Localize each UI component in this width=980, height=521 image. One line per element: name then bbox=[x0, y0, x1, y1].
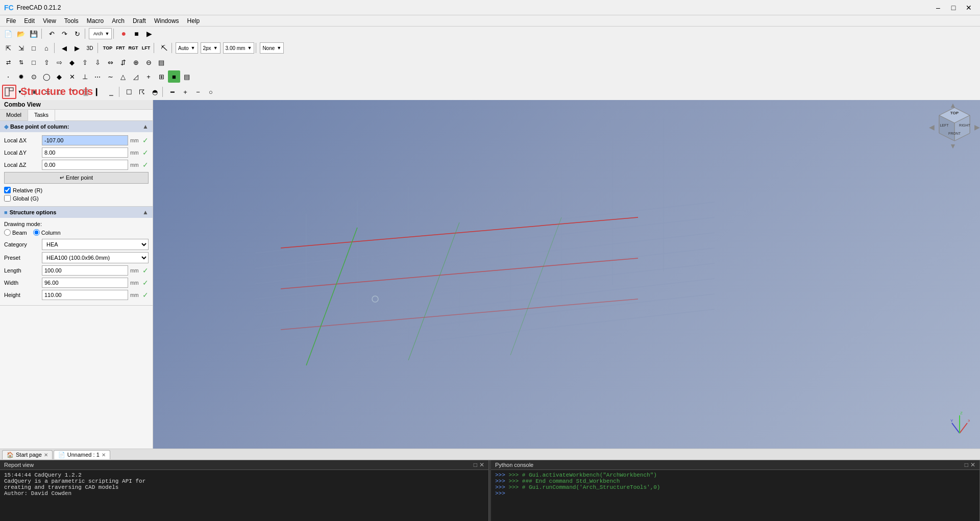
transparency-dropdown[interactable]: None▼ bbox=[260, 42, 284, 54]
floor-btn[interactable]: ≑ bbox=[41, 86, 54, 98]
add-btn[interactable]: + bbox=[179, 86, 191, 98]
local-x-input[interactable] bbox=[42, 135, 128, 145]
relative-checkbox[interactable] bbox=[4, 187, 11, 193]
snap-tool-4[interactable]: ◯ bbox=[40, 70, 53, 83]
menu-macro[interactable]: Macro bbox=[83, 15, 108, 27]
menu-draft[interactable]: Draft bbox=[129, 15, 150, 27]
left-view-button[interactable]: LFT bbox=[140, 42, 152, 54]
macro-button[interactable]: ▶ bbox=[143, 28, 155, 40]
snap-tool-13[interactable]: ⊞ bbox=[155, 70, 167, 83]
snap-tool-2[interactable]: ✹ bbox=[15, 70, 27, 83]
beam-radio[interactable] bbox=[4, 229, 11, 236]
menu-edit[interactable]: Edit bbox=[20, 15, 39, 27]
global-checkbox[interactable] bbox=[4, 195, 11, 202]
rebar-btn[interactable]: ▎ bbox=[92, 86, 105, 98]
section-btn[interactable]: ☈ bbox=[136, 86, 148, 98]
back-button[interactable]: ◀ bbox=[58, 42, 70, 54]
tab-unnamed-1[interactable]: 📄 Unnamed : 1 ✕ bbox=[54, 450, 110, 459]
view-box-button[interactable]: □ bbox=[28, 42, 40, 54]
arch-tool-11[interactable]: ⊕ bbox=[130, 56, 142, 68]
structure-options-collapse[interactable]: ▲ bbox=[142, 209, 149, 216]
arch-tool-12[interactable]: ⊖ bbox=[142, 56, 155, 68]
fit-all-button[interactable]: ⇱ bbox=[2, 42, 14, 54]
menu-file[interactable]: File bbox=[2, 15, 20, 27]
snap-button[interactable]: ⛏ bbox=[158, 42, 170, 54]
toolbar-dropdown-btn[interactable]: ▼ bbox=[17, 86, 23, 98]
snap-tool-10[interactable]: △ bbox=[117, 70, 129, 83]
snap-tool-14[interactable]: ■ bbox=[168, 70, 180, 83]
right-view-button[interactable]: RGT bbox=[127, 42, 139, 54]
width-input[interactable] bbox=[42, 278, 128, 288]
viewport[interactable]: TOP RIGHT LEFT FRONT ◀ ▶ ▲ ▼ X Y bbox=[153, 100, 980, 449]
point-size-dropdown[interactable]: 3.00 mm▼ bbox=[223, 42, 255, 54]
base-point-header[interactable]: ◆ Base point of column: ▲ bbox=[0, 121, 153, 132]
remove-btn[interactable]: − bbox=[192, 86, 204, 98]
report-close-btn[interactable]: ✕ bbox=[479, 461, 484, 468]
snap-tool-1[interactable]: ⋅ bbox=[2, 70, 14, 83]
space-btn[interactable]: ☐ bbox=[123, 86, 135, 98]
category-select[interactable]: HEA bbox=[42, 239, 149, 250]
nav-right-arrow[interactable]: ▶ bbox=[974, 123, 980, 131]
console-close-btn[interactable]: ✕ bbox=[970, 461, 975, 468]
height-input[interactable] bbox=[42, 290, 128, 300]
stair-btn[interactable]: ▒ bbox=[80, 86, 92, 98]
menu-arch[interactable]: Arch bbox=[108, 15, 129, 27]
nav-down-arrow[interactable]: ▼ bbox=[949, 142, 957, 150]
local-z-input[interactable] bbox=[42, 160, 128, 170]
snap-tool-5[interactable]: ◆ bbox=[53, 70, 65, 83]
3d-view-button[interactable]: 3D bbox=[84, 42, 96, 54]
window-btn[interactable]: □ bbox=[54, 86, 66, 98]
snap-tool-3[interactable]: ⊙ bbox=[28, 70, 40, 83]
close-button[interactable]: ✕ bbox=[962, 2, 976, 13]
save-button[interactable]: 💾 bbox=[28, 28, 40, 40]
snap-tool-11[interactable]: ◿ bbox=[130, 70, 142, 83]
forward-button[interactable]: ▶ bbox=[71, 42, 83, 54]
start-page-close[interactable]: ✕ bbox=[44, 452, 48, 458]
arch-tool-4[interactable]: ⇧ bbox=[40, 56, 53, 68]
base-point-collapse[interactable]: ▲ bbox=[142, 123, 149, 130]
nav-cube[interactable]: TOP RIGHT LEFT FRONT ◀ ▶ ▲ ▼ bbox=[934, 105, 975, 146]
view-home-button[interactable]: ⌂ bbox=[40, 42, 53, 54]
structure-tool-active[interactable] bbox=[2, 85, 16, 99]
fit-selection-button[interactable]: ⇲ bbox=[15, 42, 27, 54]
nav-up-arrow[interactable]: ▲ bbox=[949, 101, 957, 109]
pipe-btn[interactable]: ⎯ bbox=[105, 86, 117, 98]
menu-view[interactable]: View bbox=[39, 15, 60, 27]
snap-tool-7[interactable]: ⊥ bbox=[79, 70, 91, 83]
cut-line-btn[interactable]: ━ bbox=[166, 86, 179, 98]
tab-model[interactable]: Model bbox=[0, 110, 28, 120]
minimize-button[interactable]: – bbox=[931, 2, 945, 13]
structure-options-header[interactable]: ■ Structure options ▲ bbox=[0, 207, 153, 218]
menu-help[interactable]: Help bbox=[183, 15, 204, 27]
local-y-input[interactable] bbox=[42, 147, 128, 158]
report-float-btn[interactable]: □ bbox=[474, 461, 477, 468]
length-input[interactable] bbox=[42, 265, 128, 276]
preset-select[interactable]: HEA100 (100.0x96.0mm) bbox=[42, 252, 149, 263]
arch-tool-2[interactable]: ⇅ bbox=[15, 56, 27, 68]
equipment-btn[interactable]: ◓ bbox=[149, 86, 161, 98]
play-button[interactable]: ● bbox=[117, 28, 130, 40]
line-width-dropdown[interactable]: 2px▼ bbox=[201, 42, 220, 54]
wall-btn[interactable]: ◾ bbox=[29, 86, 41, 98]
arch-tool-13[interactable]: ▤ bbox=[155, 56, 167, 68]
menu-tools[interactable]: Tools bbox=[60, 15, 83, 27]
tab-start-page[interactable]: 🏠 Start page ✕ bbox=[2, 450, 53, 459]
snap-tool-9[interactable]: ∼ bbox=[104, 70, 116, 83]
open-button[interactable]: 📂 bbox=[15, 28, 27, 40]
snap-tool-6[interactable]: ✕ bbox=[66, 70, 78, 83]
arch-tool-8[interactable]: ⇩ bbox=[91, 56, 104, 68]
new-button[interactable]: 📄 bbox=[2, 28, 14, 40]
arch-tool-1[interactable]: ⇄ bbox=[2, 56, 14, 68]
arch-tool-7[interactable]: ⇧ bbox=[79, 56, 91, 68]
undo-button[interactable]: ↶ bbox=[45, 28, 58, 40]
unnamed-close[interactable]: ✕ bbox=[102, 452, 106, 458]
menu-windows[interactable]: Windows bbox=[150, 15, 183, 27]
nav-left-arrow[interactable]: ◀ bbox=[929, 123, 935, 131]
refresh-button[interactable]: ↻ bbox=[71, 28, 83, 40]
enter-point-button[interactable]: ↵ Enter point bbox=[4, 172, 149, 184]
arch-tool-5[interactable]: ⇨ bbox=[53, 56, 65, 68]
column-radio[interactable] bbox=[33, 229, 40, 236]
console-float-btn[interactable]: □ bbox=[965, 461, 968, 468]
roof-btn[interactable]: ⌃ bbox=[67, 86, 79, 98]
arch-tool-3[interactable]: □ bbox=[28, 56, 40, 68]
